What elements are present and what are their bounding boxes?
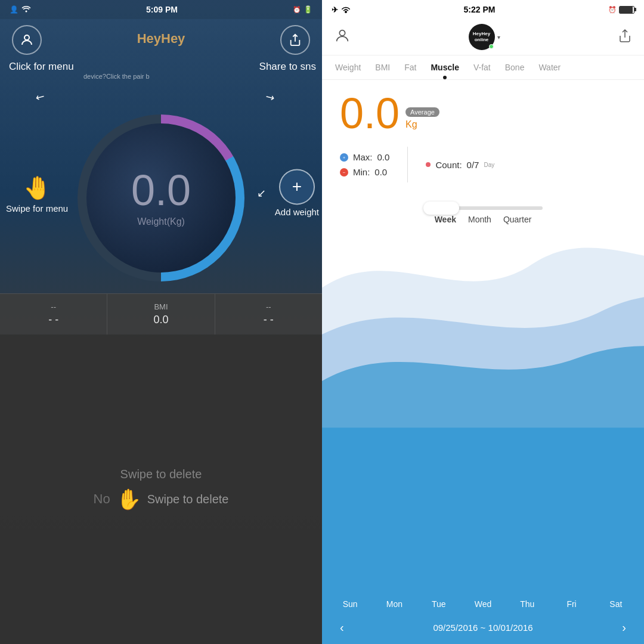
stats-detail-row: + Max: 0.0 − Min: 0.0 Count: 0/7 Day — [322, 141, 644, 194]
alarm-icon-right: ⏰ — [608, 6, 617, 14]
quarter-label[interactable]: Quarter — [503, 215, 531, 224]
prev-nav-button[interactable]: ‹ — [334, 621, 350, 634]
svg-rect-10 — [322, 428, 644, 591]
right-status-bar: ✈ 5:22 PM ⏰ — [322, 0, 644, 19]
add-weight-button[interactable]: + — [279, 169, 315, 205]
tab-vfat[interactable]: V-fat — [466, 55, 498, 79]
tab-weight[interactable]: Weight — [328, 55, 368, 79]
share-button[interactable] — [280, 25, 310, 55]
main-value: 0.0 — [340, 92, 400, 135]
day-sun: Sun — [332, 599, 368, 609]
time-labels: Week Month Quarter — [435, 215, 532, 224]
stat-item-0: -- - - — [0, 294, 107, 335]
count-stats: Count: 0/7 Day — [426, 160, 494, 170]
day-tue: Tue — [421, 599, 457, 609]
stat-label-2: -- — [215, 302, 322, 311]
weight-value: 0.0 — [131, 169, 191, 212]
max-icon: + — [340, 153, 348, 162]
vertical-divider — [407, 147, 408, 182]
day-wed: Wed — [465, 599, 501, 609]
min-label: Min: — [353, 167, 370, 177]
left-status-icons-right: ⏰ 🔋 — [293, 5, 312, 14]
person-icon: 👤 — [10, 5, 18, 14]
profile-button[interactable] — [12, 25, 42, 55]
no-label: No — [94, 491, 110, 507]
day-sat: Sat — [598, 599, 634, 609]
unit-label: Kg — [405, 119, 439, 130]
stats-bar: -- - - BMI 0.0 -- - - — [0, 293, 322, 335]
tab-bmi[interactable]: BMI — [368, 55, 397, 79]
swipe-delete-label: Swipe to delete — [147, 493, 229, 506]
right-status-right: ⏰ — [608, 6, 634, 14]
month-label[interactable]: Month — [468, 215, 491, 224]
swipe-menu-area: 🤚 Swipe for menu — [6, 175, 68, 213]
min-icon: − — [340, 168, 348, 177]
right-panel: ✈ 5:22 PM ⏰ — [322, 0, 644, 644]
tab-bone[interactable]: Bone — [498, 55, 532, 79]
arrow-hints: ↙ ↘ — [0, 91, 322, 103]
wave-svg — [322, 194, 644, 591]
no-data-text: Swipe to delete — [120, 467, 202, 481]
swipe-menu-label: Swipe for menu — [6, 203, 68, 213]
stat-item-2: -- - - — [215, 294, 322, 335]
time-selector: Week Month Quarter — [423, 206, 543, 224]
day-fri: Fri — [554, 599, 590, 609]
week-label[interactable]: Week — [435, 215, 456, 224]
tab-muscle[interactable]: Muscle — [423, 55, 466, 79]
count-stat: Count: 0/7 Day — [426, 160, 494, 170]
alarm-icon-left: ⏰ — [293, 6, 301, 14]
svg-point-3 — [345, 11, 346, 13]
stat-value-2: - - — [215, 314, 322, 326]
left-time: 5:09 PM — [146, 5, 178, 14]
value-right: Average Kg — [405, 107, 439, 135]
logo-wrapper[interactable]: HeyHeyonline ▾ — [469, 24, 500, 50]
min-value: 0.0 — [374, 167, 387, 177]
max-stat: + Max: 0.0 — [340, 152, 389, 162]
hints-area: Click for menu Share to sns device?Click… — [0, 61, 322, 91]
left-header: HeyHey — [0, 19, 322, 61]
swipe-delete-hand: ✋ — [116, 487, 141, 511]
click-menu-hint: Click for menu — [9, 61, 74, 73]
online-indicator — [489, 44, 494, 49]
slider-container[interactable] — [423, 206, 543, 210]
wave-chart-area: Week Month Quarter — [322, 194, 644, 591]
min-stat: − Min: 0.0 — [340, 167, 389, 177]
day-mon: Mon — [376, 599, 412, 609]
left-panel: 👤 5:09 PM ⏰ 🔋 HeyHey — [0, 0, 322, 644]
count-icon — [426, 162, 431, 167]
logo-text: HeyHeyonline — [473, 31, 490, 42]
days-row: Sun Mon Tue Wed Thu Fri Sat — [322, 599, 644, 615]
profile-icon-right[interactable] — [334, 27, 351, 47]
max-label: Max: — [353, 152, 373, 162]
day-thu: Thu — [509, 599, 545, 609]
tab-water[interactable]: Water — [531, 55, 568, 79]
add-weight-area: ↙ + Add weight — [275, 169, 319, 217]
swipe-delete-row: No ✋ Swipe to delete — [94, 487, 229, 511]
plus-icon: + — [292, 177, 302, 196]
no-data-area: Swipe to delete No ✋ Swipe to delete — [0, 335, 322, 644]
swipe-delete-hint: Swipe to delete — [120, 467, 202, 481]
next-nav-button[interactable]: › — [616, 621, 632, 634]
add-weight-label: Add weight — [275, 207, 319, 217]
tab-fat[interactable]: Fat — [397, 55, 423, 79]
share-icon-right[interactable] — [618, 29, 632, 45]
heyhey-logo: HeyHeyonline — [469, 24, 495, 50]
right-app-header: HeyHeyonline ▾ — [322, 19, 644, 55]
svg-text:−: − — [343, 170, 346, 175]
battery-icon-left: 🔋 — [304, 5, 312, 14]
stat-label-bmi: BMI — [107, 302, 214, 311]
stat-item-bmi: BMI 0.0 — [107, 294, 215, 335]
battery-icon-right — [619, 6, 634, 14]
right-time: 5:22 PM — [464, 5, 496, 14]
slider-thumb[interactable] — [423, 202, 459, 215]
weight-ring: 0.0 Weight(Kg) — [78, 114, 244, 281]
weight-display-area: 🤚 Swipe for menu 0.0 Weight(Kg) ↙ + Add … — [0, 114, 322, 281]
count-suffix: Day — [484, 162, 494, 168]
swipe-hand-icon: 🤚 — [6, 175, 68, 201]
main-value-section: 0.0 Average Kg — [322, 80, 644, 141]
left-status-icons-left: 👤 — [10, 5, 31, 14]
left-stats: + Max: 0.0 − Min: 0.0 — [340, 152, 389, 177]
count-value: 0/7 — [467, 160, 479, 170]
weight-label: Weight(Kg) — [137, 216, 185, 227]
wifi-icon-left — [21, 5, 31, 14]
